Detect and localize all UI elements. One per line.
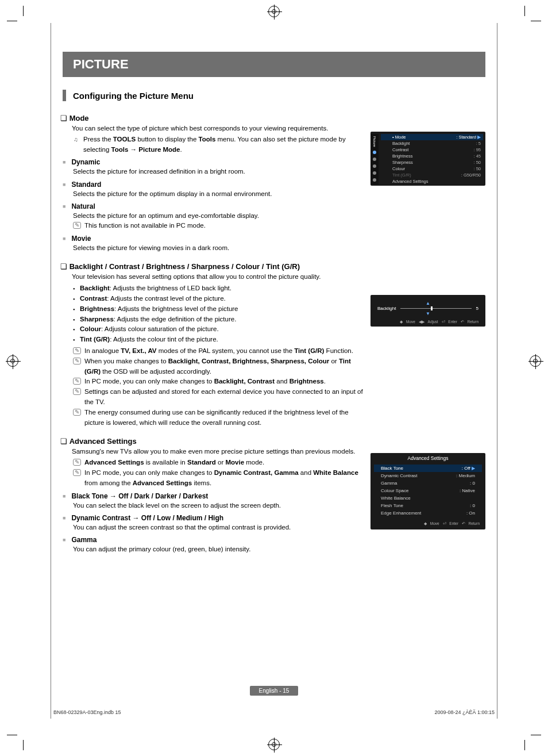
t: Brightness bbox=[290, 378, 324, 385]
t: from among the bbox=[84, 479, 133, 486]
doc-footer-left: BN68-02329A-03Eng.indb 15 bbox=[53, 709, 121, 715]
register-mark bbox=[268, 739, 280, 750]
gamma-text: You can adjust the primary colour (red, … bbox=[73, 544, 365, 554]
osd-row: Advanced Settings bbox=[379, 178, 485, 185]
osd-label: Advanced Settings bbox=[392, 179, 429, 184]
adv-heading: Advanced Settings bbox=[60, 437, 365, 446]
t: . bbox=[324, 378, 326, 385]
t: Move bbox=[406, 320, 415, 324]
t: Enter bbox=[448, 320, 457, 324]
osd-row: Contrast: 95 bbox=[379, 147, 485, 153]
adv-note-1: Advanced Settings is available in Standa… bbox=[84, 458, 264, 468]
t: : Adjusts the colour tint of the picture… bbox=[110, 336, 218, 343]
osd-value: : Off bbox=[462, 466, 470, 471]
osd-row-selected: • Mode : Standard ▶ bbox=[381, 134, 483, 140]
t: Movie bbox=[225, 459, 244, 466]
t: Backlight, Contrast, Brightness, Sharpne… bbox=[168, 358, 330, 364]
t: and bbox=[299, 469, 314, 476]
tools-icon: ♫ bbox=[72, 135, 80, 144]
t: In analogue bbox=[84, 347, 121, 354]
t: Press the bbox=[83, 136, 113, 143]
movie-text: Selects the picture for viewing movies i… bbox=[73, 243, 365, 253]
note-icon: ✎ bbox=[73, 222, 81, 229]
t: Tint (G/R) bbox=[294, 347, 324, 354]
osd-value: : G50/R50 bbox=[461, 172, 481, 178]
t: is available in bbox=[144, 459, 187, 466]
slider-value: 5 bbox=[476, 306, 478, 311]
t: the OSD will be adjusted accordingly. bbox=[101, 368, 211, 375]
bc-note-3: In PC mode, you can only make changes to… bbox=[84, 377, 326, 387]
note-icon: ✎ bbox=[73, 459, 81, 466]
t: Tools bbox=[199, 136, 216, 143]
osd-row: Colour: 50 bbox=[379, 166, 485, 172]
t: Dynamic Contrast, Gamma bbox=[214, 469, 299, 476]
osd-backlight-slider: ▲ Backlight 5 ▼ ◆ Move ◀▶ Adjust ⏎ Enter… bbox=[371, 295, 485, 327]
doc-footer: BN68-02329A-03Eng.indb 15 2009-08-24 ¿ÀÈ… bbox=[51, 709, 497, 715]
osd-nav-hints: ◆ Move ◀▶ Adjust ⏎ Enter ↶ Return bbox=[377, 320, 478, 324]
arrow-down-icon: ▼ bbox=[377, 311, 478, 316]
heading-text: Configuring the Picture Menu bbox=[73, 91, 194, 101]
osd-sidebar-icon bbox=[373, 178, 376, 182]
natural-text: Selects the picture for an optimum and e… bbox=[73, 211, 365, 221]
crop-mark bbox=[7, 21, 17, 21]
crop-mark bbox=[524, 6, 525, 16]
osd-label: Tint (G/R) bbox=[392, 172, 411, 178]
t: Standard bbox=[187, 459, 216, 466]
osd-label: Gamma bbox=[381, 481, 397, 486]
bc-list: Backlight: Adjusts the brightness of LED… bbox=[73, 283, 365, 345]
t: and bbox=[275, 378, 290, 385]
osd-label: White Balance bbox=[381, 496, 411, 501]
t: TV, Ext., AV bbox=[121, 347, 156, 354]
osd-row: Backlight: 5 bbox=[379, 140, 485, 147]
osd-value: : 50 bbox=[473, 160, 481, 165]
osd-value: : 45 bbox=[473, 153, 481, 159]
osd-label: Backlight bbox=[392, 141, 410, 146]
t: Contrast bbox=[80, 295, 107, 302]
bc-item: Colour: Adjusts colour saturation of the… bbox=[73, 324, 365, 335]
t: Backlight, Contrast bbox=[214, 378, 275, 385]
t: : Adjusts the brightness level of the pi… bbox=[114, 305, 238, 312]
osd-row: White Balance bbox=[371, 494, 485, 502]
t: modes of the PAL system, you cannot use … bbox=[157, 347, 295, 354]
blacktone-heading: Black Tone → Off / Dark / Darker / Darke… bbox=[63, 492, 365, 500]
osd-label: Mode bbox=[395, 135, 406, 140]
register-mark bbox=[7, 355, 18, 367]
note-icon: ✎ bbox=[73, 358, 81, 364]
register-mark bbox=[530, 355, 541, 367]
standard-heading: Standard bbox=[63, 181, 365, 189]
note-icon: ✎ bbox=[73, 388, 81, 395]
t: Backlight bbox=[80, 285, 110, 291]
page-number: English - 15 bbox=[250, 686, 299, 696]
arrow-right-icon: ▶ bbox=[472, 466, 475, 471]
t: button to display the bbox=[136, 136, 198, 143]
osd-sidebar-icon bbox=[373, 158, 376, 161]
bc-item: Backlight: Adjusts the brightness of LED… bbox=[73, 283, 365, 294]
note-icon: ✎ bbox=[73, 409, 81, 416]
t: Move bbox=[430, 521, 439, 525]
t: : Adjusts the brightness of LED back lig… bbox=[110, 285, 231, 291]
t: Advanced Settings bbox=[133, 479, 192, 486]
osd-row-selected: Black Tone : Off ▶ bbox=[374, 465, 482, 472]
osd-label: Contrast bbox=[392, 147, 408, 152]
crop-mark bbox=[23, 6, 24, 16]
content: PICTURE Configuring the Picture Menu Mod… bbox=[51, 23, 497, 554]
gamma-heading: Gamma bbox=[63, 536, 365, 544]
bc-heading: Backlight / Contrast / Brightness / Shar… bbox=[60, 262, 365, 271]
bc-item: Sharpness: Adjusts the edge definition o… bbox=[73, 314, 365, 325]
t: or bbox=[216, 459, 226, 466]
note-icon: ✎ bbox=[73, 347, 81, 354]
t: Enter bbox=[449, 521, 458, 525]
t: TOOLS bbox=[113, 136, 136, 143]
osd-value: : 0 bbox=[470, 503, 475, 508]
osd-label: Sharpness bbox=[392, 160, 413, 165]
page: PICTURE Configuring the Picture Menu Mod… bbox=[51, 23, 497, 719]
t: Brightness bbox=[80, 305, 114, 312]
t: Adjust bbox=[428, 320, 438, 324]
t: Sharpness bbox=[80, 316, 114, 323]
page-footer: English - 15 bbox=[51, 686, 497, 696]
doc-footer-right: 2009-08-24 ¿ÀÈÄ 1:00:15 bbox=[434, 709, 495, 715]
slider-thumb bbox=[431, 306, 433, 310]
arrow-up-icon: ▲ bbox=[377, 301, 478, 306]
t: items. bbox=[192, 479, 211, 486]
osd-sidebar-icon bbox=[373, 171, 376, 175]
